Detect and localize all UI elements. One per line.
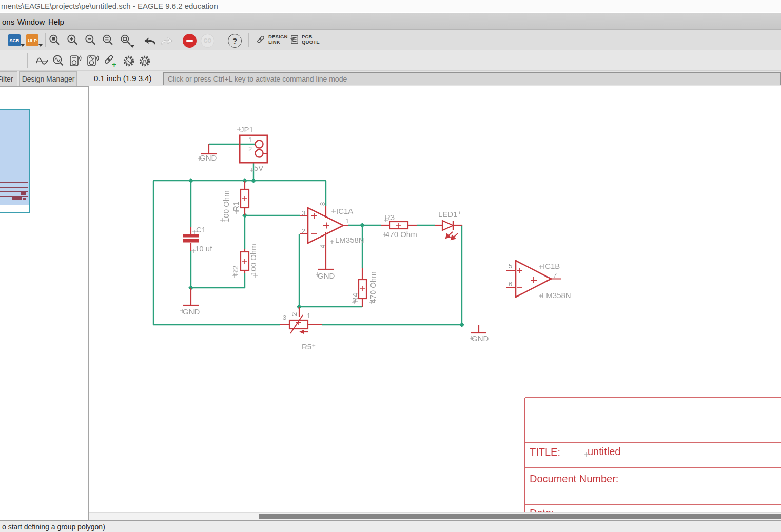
ic1b-pin6-label: 6 xyxy=(509,281,512,287)
ic1a-pin1-label: 1 xyxy=(345,218,349,224)
toolbar-separator xyxy=(179,33,179,47)
toolbar-separator xyxy=(222,33,222,47)
r3-value-label[interactable]: 470 Ohm xyxy=(385,230,417,238)
gnd-label-jp1[interactable]: GND xyxy=(200,154,217,162)
gear-sine-icon xyxy=(122,54,136,68)
r1-ref-label[interactable]: R1 xyxy=(232,202,240,211)
undo-icon xyxy=(143,34,157,47)
ic1b-value-label[interactable]: LM358N xyxy=(542,291,571,299)
design-link-icon xyxy=(256,34,266,45)
zoom-select-icon xyxy=(102,34,115,47)
toolbar-separator xyxy=(248,33,249,47)
simulate-button[interactable] xyxy=(35,54,49,68)
toolbar-separator xyxy=(45,33,46,47)
jp1-pin2-label: 2 xyxy=(248,146,252,152)
help-button[interactable]: ? xyxy=(228,34,242,48)
scr-dropdown-caret[interactable] xyxy=(21,44,25,47)
probe-button[interactable] xyxy=(51,54,66,68)
sheet-preview-thumbnail[interactable] xyxy=(0,109,30,213)
sim-config-button[interactable] xyxy=(138,54,152,68)
ulp-dropdown-caret[interactable] xyxy=(38,44,43,47)
gnd-label-out[interactable]: GND xyxy=(472,334,489,342)
title-block-title-label: TITLE: xyxy=(530,446,560,458)
redo-icon xyxy=(160,34,174,47)
gnd-label-c1[interactable]: GND xyxy=(183,308,200,316)
tab-design-manager[interactable]: Design Manager xyxy=(19,71,77,86)
ic1b-pin7-label: 7 xyxy=(553,272,557,279)
tab-filter[interactable]: Filter xyxy=(0,71,17,86)
r5-pin3-label: 3 xyxy=(283,314,286,321)
redo-button[interactable] xyxy=(160,34,174,47)
coordinate-display: 0.1 inch (1.9 3.4) xyxy=(94,74,152,83)
eagle-window: ments\EAGLE\projects\pe\untitled.sch - E… xyxy=(0,0,781,532)
ic1b-pin5-label: 5 xyxy=(509,263,512,269)
zoom-dropdown-caret[interactable] xyxy=(130,45,134,48)
horizontal-scrollbar-thumb[interactable] xyxy=(259,514,781,519)
zoom-in-button[interactable] xyxy=(66,34,80,47)
zoom-fit-button[interactable] xyxy=(48,34,62,47)
r2-ref-label[interactable]: R2 xyxy=(231,266,239,275)
multimeter-ac-button[interactable] xyxy=(86,54,100,68)
design-link-button[interactable]: DESIGNLINK xyxy=(256,34,295,45)
menu-bar: ons Window Help xyxy=(0,13,781,30)
status-text: o start defining a group polygon) xyxy=(2,523,105,531)
r5-ref-label[interactable]: R5⁺ xyxy=(302,343,316,350)
sheet-preview-frame xyxy=(0,115,28,202)
multimeter-ac-icon xyxy=(86,54,100,68)
stop-button[interactable] xyxy=(183,34,197,48)
status-bar: o start defining a group polygon) xyxy=(0,520,781,532)
menu-window[interactable]: Window xyxy=(15,16,47,27)
r3-ref-label[interactable]: R3 xyxy=(385,213,395,221)
menu-help[interactable]: Help xyxy=(46,16,66,27)
schematic-canvas[interactable] xyxy=(89,86,781,512)
title-block-title-value[interactable]: untitled xyxy=(588,446,621,458)
zoom-out-icon xyxy=(84,34,97,47)
menu-options[interactable]: ons xyxy=(0,16,16,27)
ic1a-pin2-label: 2 xyxy=(302,228,305,234)
command-line-input[interactable] xyxy=(163,72,781,85)
jp1-pin1-label: 1 xyxy=(248,136,252,143)
ic1a-pin4-label: 4 xyxy=(319,245,326,248)
c1-value-label[interactable]: 10 uf xyxy=(195,245,212,252)
simulation-toolbar: + xyxy=(0,50,781,71)
ic1a-value-label[interactable]: LM358N xyxy=(335,236,364,244)
link-plus-icon: + xyxy=(103,54,117,68)
main-toolbar: SCR ULP GO xyxy=(0,30,781,50)
undo-button[interactable] xyxy=(143,34,157,47)
add-link-button[interactable]: + xyxy=(103,54,117,68)
command-row: Filter Design Manager 0.1 inch (1.9 3.4) xyxy=(0,71,781,86)
r1-value-label[interactable]: 100 Ohm xyxy=(222,190,230,222)
multimeter-icon xyxy=(68,54,83,68)
multimeter-dc-button[interactable] xyxy=(68,54,83,68)
led1-ref-label[interactable]: LED1⁺ xyxy=(438,210,461,218)
c1-ref-label[interactable]: C1 xyxy=(196,226,206,233)
r4-value-label[interactable]: 470 Ohm xyxy=(369,271,377,303)
go-button[interactable]: GO xyxy=(201,34,214,48)
window-title: ments\EAGLE\projects\pe\untitled.sch - E… xyxy=(1,2,218,10)
pcb-quote-button[interactable]: PCBQUOTE xyxy=(290,34,320,45)
gear-pulse-icon xyxy=(138,54,152,68)
zoom-fit-icon xyxy=(48,34,62,47)
horizontal-scrollbar[interactable] xyxy=(89,512,781,520)
r4-ref-label[interactable]: R4 xyxy=(351,293,359,303)
jp1-ref-label[interactable]: JP1 xyxy=(240,126,253,133)
svg-text:+: + xyxy=(111,61,117,68)
ulp-button[interactable]: ULP xyxy=(26,34,38,46)
net-5v-label[interactable]: 5V xyxy=(254,164,263,172)
zoom-in-icon xyxy=(66,34,80,47)
gnd-label-ic1a[interactable]: GND xyxy=(318,272,335,280)
stop-icon xyxy=(186,40,193,42)
scr-button[interactable]: SCR xyxy=(8,34,21,46)
sim-settings-button[interactable] xyxy=(122,54,136,68)
ic1a-pin8-label: 8 xyxy=(319,202,326,206)
ic1a-ref-label[interactable]: IC1A xyxy=(336,207,353,215)
r5-pin1-label: 1 xyxy=(307,312,310,319)
title-block-date-label: Date: xyxy=(530,507,554,512)
sine-wave-icon xyxy=(35,54,49,68)
ic1b-ref-label[interactable]: IC1B xyxy=(543,262,560,270)
probe-magnifier-icon xyxy=(52,54,65,68)
ic1a-pin3-label: 3 xyxy=(302,210,305,216)
zoom-select-button[interactable] xyxy=(101,34,115,47)
r2-value-label[interactable]: 100 Ohm xyxy=(249,244,257,275)
zoom-out-button[interactable] xyxy=(84,34,98,47)
